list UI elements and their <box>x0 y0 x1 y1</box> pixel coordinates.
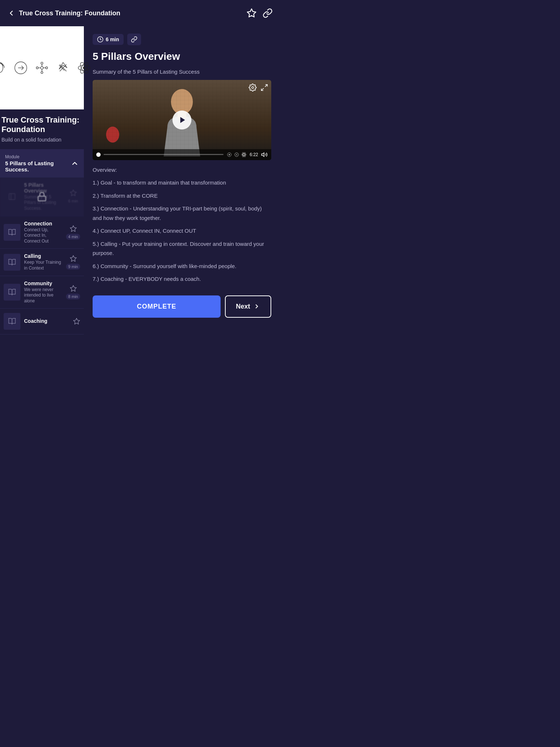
right-panel: 6 min 5 Pillars Overview Summary of the … <box>84 26 280 374</box>
lesson-desc: Connect Up, Connect In, Connect Out <box>24 227 62 244</box>
duration-badge: 6 min <box>93 34 124 45</box>
lesson-desc: Keep Your Training in Context <box>24 260 62 271</box>
volume-icon[interactable] <box>261 151 268 158</box>
fingerprint-icon <box>0 60 8 76</box>
module-label: Module <box>5 154 71 159</box>
video-time: 6:22 <box>250 152 258 157</box>
lesson-list: 5 Pillars Overview Summary of 5 Pillars … <box>0 178 84 335</box>
lesson-thumb <box>4 284 20 301</box>
arrow-circle-icon <box>13 60 29 76</box>
bookmark-icon[interactable] <box>246 8 257 18</box>
settings-icon[interactable] <box>249 84 257 92</box>
lesson-thumb <box>4 313 20 330</box>
header-actions <box>246 8 273 18</box>
video-player[interactable]: 6:22 <box>93 80 271 160</box>
svg-point-5 <box>41 62 43 64</box>
module-name: 5 Pillars of Lasting Success. <box>5 160 71 173</box>
lesson-name: Connection <box>24 221 62 227</box>
header: True Cross Training: Foundation <box>0 0 280 26</box>
overview-point-4: 5.) Calling - Put your training in conte… <box>93 239 271 258</box>
star-icon[interactable] <box>70 255 77 262</box>
svg-rect-19 <box>38 196 46 201</box>
star-icon[interactable] <box>73 318 80 325</box>
next-label: Next <box>236 303 250 310</box>
next-button[interactable]: Next <box>225 295 271 318</box>
svg-marker-23 <box>70 226 76 232</box>
header-left: True Cross Training: Foundation <box>7 9 120 17</box>
link-icon[interactable] <box>262 8 273 18</box>
chevron-right-icon <box>253 303 260 310</box>
video-icon-2 <box>234 152 240 158</box>
lesson-name: Community <box>24 280 62 286</box>
course-subtitle: Build on a solid foundation <box>1 137 80 143</box>
lesson-item[interactable]: 5 Pillars Overview Summary of 5 Pillars … <box>0 178 84 216</box>
star-icon[interactable] <box>70 285 77 292</box>
main-layout: True Cross Training: Foundation Build on… <box>0 26 280 374</box>
progress-bar[interactable] <box>104 154 223 155</box>
lesson-info: Calling Keep Your Training in Context <box>24 253 62 271</box>
svg-point-15 <box>83 66 85 69</box>
overview-point-6: 7.) Coaching - EVERYBODY needs a coach. <box>93 274 271 284</box>
lesson-right: 8 min <box>66 285 80 299</box>
module-section: Module 5 Pillars of Lasting Success. <box>0 149 84 335</box>
overview-point-1: 2.) Transform at the CORE <box>93 191 271 201</box>
svg-point-36 <box>229 154 230 155</box>
lock-overlay <box>0 178 84 216</box>
svg-point-6 <box>41 71 43 74</box>
lesson-duration: 9 min <box>66 264 80 270</box>
overview-point-5: 6.) Community - Surround yourself with l… <box>93 262 271 271</box>
svg-point-4 <box>40 66 43 69</box>
content-title: 5 Pillars Overview <box>93 50 271 63</box>
svg-marker-25 <box>70 286 76 291</box>
lesson-info: Community We were never intended to live… <box>24 280 62 304</box>
lesson-right: 4 min <box>66 225 80 240</box>
play-button[interactable] <box>172 111 191 129</box>
svg-line-34 <box>261 88 264 90</box>
lesson-duration: 8 min <box>66 294 80 299</box>
lesson-name: Coaching <box>24 318 69 324</box>
lesson-desc: We were never intended to live alone <box>24 287 62 304</box>
lesson-item[interactable]: Community We were never intended to live… <box>0 276 84 309</box>
overview-point-3: 4.) Connect UP, Connect IN, Connect OUT <box>93 226 271 236</box>
complete-button[interactable]: COMPLETE <box>93 295 221 318</box>
clock-icon <box>97 36 104 43</box>
star-icon[interactable] <box>70 225 77 232</box>
network-icon <box>34 60 50 76</box>
fullscreen-icon[interactable] <box>260 84 268 92</box>
lesson-right <box>73 318 80 325</box>
module-header[interactable]: Module 5 Pillars of Lasting Success. <box>0 149 84 178</box>
overview-point-2: 3.) Connection - Understanding your TRI-… <box>93 204 271 222</box>
lesson-item[interactable]: Coaching <box>0 309 84 334</box>
overview-text: Overview: 1.) Goal - to transform and ma… <box>93 165 271 287</box>
svg-marker-44 <box>262 152 264 156</box>
chain-icon <box>131 36 137 43</box>
course-title: True Cross Training: Foundation <box>1 115 80 135</box>
lesson-right: 9 min <box>66 255 80 270</box>
thumbnail-icons <box>0 60 92 76</box>
link-badge[interactable] <box>127 34 141 45</box>
svg-point-32 <box>252 86 254 89</box>
svg-marker-0 <box>247 9 256 17</box>
svg-marker-26 <box>74 318 80 324</box>
course-thumbnail <box>0 26 84 109</box>
module-info: Module 5 Pillars of Lasting Success. <box>5 154 71 173</box>
action-buttons: COMPLETE Next <box>93 295 271 325</box>
svg-point-41 <box>241 154 246 155</box>
meta-row: 6 min <box>93 34 271 45</box>
svg-point-7 <box>36 67 38 69</box>
course-info: True Cross Training: Foundation Build on… <box>0 109 84 147</box>
lesson-item[interactable]: Calling Keep Your Training in Context 9 … <box>0 249 84 276</box>
lesson-info: Coaching <box>24 318 69 325</box>
lesson-thumb <box>4 224 20 241</box>
svg-marker-31 <box>180 117 185 123</box>
video-icon-3 <box>241 152 247 158</box>
cross-icon <box>55 60 71 76</box>
svg-point-8 <box>46 67 48 69</box>
lock-icon <box>37 191 47 202</box>
lesson-duration: 4 min <box>66 234 80 240</box>
back-icon[interactable] <box>7 9 15 17</box>
lesson-info: Connection Connect Up, Connect In, Conne… <box>24 221 62 244</box>
lesson-item[interactable]: Connection Connect Up, Connect In, Conne… <box>0 216 84 249</box>
video-icon-1 <box>226 152 232 158</box>
video-controls: 6:22 <box>93 149 271 160</box>
